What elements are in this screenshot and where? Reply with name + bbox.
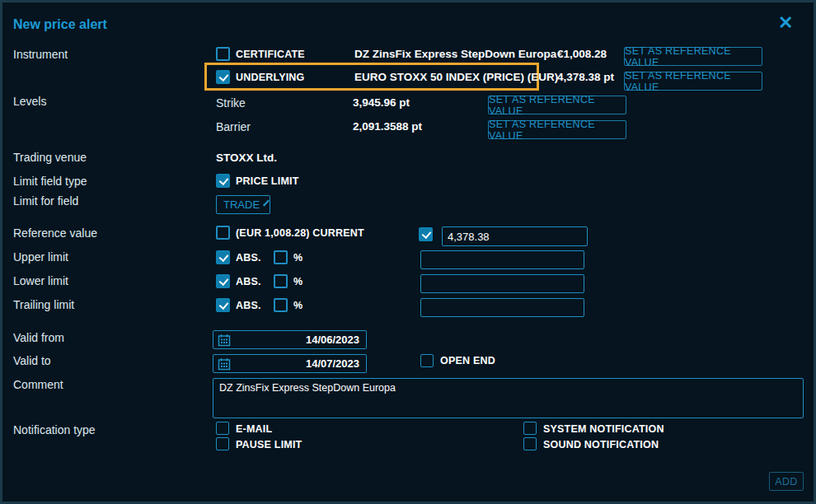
pause-limit-checkbox[interactable] — [216, 437, 229, 450]
upper-limit-input[interactable] — [420, 250, 584, 269]
calendar-icon — [218, 334, 231, 347]
label-valid-to: Valid to — [13, 354, 51, 367]
strike-set-reference-button[interactable]: SET AS REFERENCE VALUE — [488, 96, 626, 114]
comment-textarea[interactable]: DZ ZinsFix Express StepDown Europa — [213, 378, 804, 418]
underlying-set-reference-button[interactable]: SET AS REFERENCE VALUE — [624, 72, 762, 91]
pause-limit-label: PAUSE LIMIT — [236, 439, 302, 450]
reference-current-label: (EUR 1,008.28) CURRENT — [236, 227, 364, 239]
strike-value: 3,945.96 pt — [353, 96, 410, 109]
calendar-icon — [218, 357, 231, 371]
sound-notification-label: SOUND NOTIFICATION — [543, 439, 659, 450]
label-limit-for-field: Limit for field — [13, 194, 78, 208]
trailing-limit-percent-label: % — [293, 300, 302, 311]
price-limit-checkbox[interactable] — [216, 174, 230, 188]
trading-venue-value: STOXX Ltd. — [216, 152, 277, 164]
open-end-label: OPEN END — [440, 355, 495, 366]
valid-to-datepicker[interactable]: 14/07/2023 — [213, 354, 367, 373]
label-limit-field-type: Limit field type — [13, 175, 87, 188]
trailing-limit-abs-label: ABS. — [236, 300, 261, 311]
lower-limit-abs-label: ABS. — [236, 276, 261, 287]
certificate-name: DZ ZinsFix Express StepDown Europa — [354, 48, 556, 60]
certificate-set-reference-button[interactable]: SET AS REFERENCE VALUE — [624, 47, 762, 66]
new-price-alert-dialog: New price alert ✕ Instrument Levels Trad… — [0, 0, 816, 504]
sound-notification-checkbox[interactable] — [523, 437, 537, 450]
close-icon[interactable]: ✕ — [778, 14, 793, 32]
underlying-checkbox[interactable] — [216, 70, 230, 84]
underlying-label: UNDERLYING — [236, 72, 305, 83]
limit-for-field-select[interactable]: TRADE — [216, 195, 270, 214]
label-valid-from: Valid from — [13, 331, 64, 344]
trailing-limit-percent-checkbox[interactable] — [274, 298, 288, 312]
upper-limit-abs-label: ABS. — [236, 252, 261, 264]
label-reference-value: Reference value — [13, 226, 97, 240]
label-notification-type: Notification type — [13, 423, 96, 436]
email-checkbox[interactable] — [216, 422, 229, 435]
barrier-set-reference-button[interactable]: SET AS REFERENCE VALUE — [488, 120, 626, 139]
label-lower-limit: Lower limit — [13, 274, 68, 287]
label-levels: Levels — [13, 95, 46, 108]
label-instrument: Instrument — [13, 48, 68, 61]
open-end-checkbox[interactable] — [420, 354, 434, 367]
limit-for-field-selected: TRADE — [223, 198, 260, 211]
underlying-value: 4,378.38 pt — [557, 71, 614, 83]
certificate-value: €1,008.28 — [557, 48, 607, 60]
valid-to-date: 14/07/2023 — [306, 357, 359, 370]
valid-from-datepicker[interactable]: 14/06/2023 — [213, 330, 367, 349]
lower-limit-input[interactable] — [420, 274, 584, 293]
lower-limit-percent-label: % — [293, 276, 302, 287]
strike-label: Strike — [216, 96, 246, 110]
upper-limit-abs-checkbox[interactable] — [216, 250, 230, 264]
certificate-checkbox[interactable] — [216, 47, 230, 61]
trailing-limit-input[interactable] — [420, 298, 584, 317]
reference-value-input[interactable] — [442, 226, 588, 246]
underlying-name: EURO STOXX 50 INDEX (PRICE) (EUR) — [354, 71, 558, 83]
certificate-label: CERTIFICATE — [236, 49, 305, 60]
label-comment: Comment — [13, 378, 63, 391]
system-notification-label: SYSTEM NOTIFICATION — [543, 423, 664, 435]
upper-limit-percent-label: % — [293, 252, 302, 264]
lower-limit-percent-checkbox[interactable] — [274, 274, 288, 288]
email-label: E-MAIL — [236, 423, 272, 435]
barrier-label: Barrier — [216, 120, 251, 133]
reference-custom-checkbox[interactable] — [419, 227, 433, 241]
dialog-title: New price alert — [13, 17, 107, 32]
trailing-limit-abs-checkbox[interactable] — [216, 298, 230, 312]
price-limit-label: PRICE LIMIT — [236, 175, 299, 187]
add-button[interactable]: ADD — [769, 472, 804, 491]
label-upper-limit: Upper limit — [13, 250, 68, 264]
barrier-value: 2,091.3588 pt — [353, 120, 422, 133]
reference-current-checkbox[interactable] — [216, 226, 230, 240]
system-notification-checkbox[interactable] — [523, 422, 537, 435]
upper-limit-percent-checkbox[interactable] — [274, 250, 288, 264]
lower-limit-abs-checkbox[interactable] — [216, 274, 230, 288]
valid-from-date: 14/06/2023 — [306, 334, 359, 346]
label-trading-venue: Trading venue — [13, 151, 87, 164]
label-trailing-limit: Trailing limit — [13, 298, 74, 311]
chevron-down-icon — [263, 200, 270, 207]
